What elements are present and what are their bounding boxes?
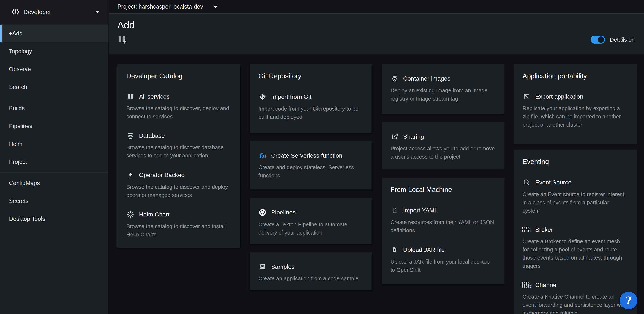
item-export-application[interactable]: Export application Replicate your applic…: [522, 93, 628, 129]
item-label: Helm Chart: [139, 211, 170, 218]
chevron-down-icon: [96, 10, 100, 13]
item-import-from-git[interactable]: Import from Git Import code from your Gi…: [258, 93, 364, 121]
question-mark-icon: ?: [626, 294, 632, 307]
item-database[interactable]: Database Browse the catalog to discover …: [126, 132, 232, 160]
item-label: Export application: [535, 93, 583, 100]
catalog-icon: [126, 93, 134, 100]
item-description: Create a Knative Channel to create an ev…: [522, 293, 628, 314]
item-channel[interactable]: IOIOIIOII Channel Create a Knative Chann…: [522, 282, 628, 314]
serverless-fn-icon: fn: [258, 153, 267, 159]
sidebar-item-add[interactable]: +Add: [0, 24, 108, 42]
share-icon: [390, 133, 399, 140]
file-upload-icon: [390, 246, 399, 254]
item-label: Database: [139, 132, 165, 139]
main-area: Project: harshcasper-localsta-dev Add De…: [109, 0, 644, 314]
sidebar-item-pipelines[interactable]: Pipelines: [0, 117, 108, 135]
help-button[interactable]: ?: [620, 292, 637, 309]
item-create-serverless-function[interactable]: fn Create Serverless function Create and…: [258, 152, 364, 180]
item-description: Create and deploy stateless, Serverless …: [258, 163, 364, 180]
item-samples[interactable]: Samples Create an application from a cod…: [258, 263, 364, 283]
item-broker[interactable]: IOIOIIOII Broker Create a Broker to defi…: [522, 226, 628, 270]
samples-laptop-icon: [258, 263, 267, 270]
item-description: Deploy an existing Image from an Image r…: [390, 86, 496, 103]
item-description: Browse the catalog to discover, deploy a…: [126, 104, 232, 121]
item-import-yaml[interactable]: Import YAML Create resources from their …: [390, 207, 496, 235]
export-application-icon: [522, 93, 531, 100]
card-developer-catalog: Developer Catalog All services Br: [118, 64, 240, 248]
sidebar-nav: +Add Topology Observe Search Builds Pipe…: [0, 24, 108, 228]
sidebar-item-helm[interactable]: Helm: [0, 135, 108, 153]
card-container-images: Container images Deploy an existing Imag…: [382, 64, 504, 114]
card-title: Developer Catalog: [126, 72, 232, 80]
page-title: Add: [118, 19, 635, 30]
card-pipelines: Pipelines Create a Tekton Pipeline to au…: [250, 198, 372, 244]
item-all-services[interactable]: All services Browse the catalog to disco…: [126, 93, 232, 121]
card-title: Application portability: [522, 72, 628, 80]
item-description: Project access allows you to add or remo…: [390, 144, 496, 161]
card-samples: Samples Create an application from a cod…: [250, 252, 372, 290]
card-from-local-machine: From Local Machine Im: [382, 178, 504, 285]
item-label: Operator Backed: [139, 172, 185, 179]
sidebar-item-topology[interactable]: Topology: [0, 42, 108, 60]
sidebar-item-builds[interactable]: Builds: [0, 99, 108, 117]
item-pipelines[interactable]: Pipelines Create a Tekton Pipeline to au…: [258, 209, 364, 237]
event-source-icon: [522, 179, 531, 186]
card-serverless-function: fn Create Serverless function Create and…: [250, 141, 372, 190]
helm-icon: [126, 211, 134, 218]
item-description: Upload a JAR file from your local deskto…: [390, 258, 496, 274]
chevron-down-icon: [214, 5, 218, 8]
code-icon: [12, 9, 20, 15]
sidebar-item-observe[interactable]: Observe: [0, 60, 108, 78]
item-label: Import from Git: [271, 93, 312, 100]
item-label: All services: [139, 93, 170, 100]
nav-separator: [0, 172, 108, 173]
item-label: Samples: [271, 263, 294, 270]
sidebar-item-project[interactable]: Project: [0, 153, 108, 171]
card-title: Git Repository: [258, 72, 364, 80]
broker-binary-icon: IOIOIIOII: [522, 227, 531, 233]
item-label: Create Serverless function: [271, 152, 342, 159]
sidebar-item-configmaps[interactable]: ConfigMaps: [0, 174, 108, 192]
item-label: Sharing: [403, 133, 424, 140]
sidebar-item-desktop-tools[interactable]: Desktop Tools: [0, 210, 108, 228]
book-plus-icon[interactable]: [118, 35, 127, 44]
item-label: Channel: [535, 282, 558, 289]
item-label: Event Source: [535, 179, 572, 186]
item-description: Browse the catalog to discover database …: [126, 143, 232, 160]
sidebar-item-search[interactable]: Search: [0, 78, 108, 96]
item-description: Create an application from a code sample: [258, 274, 364, 283]
item-description: Import code from your Git repository to …: [258, 105, 364, 121]
add-page-content: Developer Catalog All services Br: [109, 54, 644, 314]
perspective-label: Developer: [24, 8, 51, 15]
perspective-switcher[interactable]: Developer: [0, 0, 108, 24]
item-sharing[interactable]: Sharing Project access allows you to add…: [390, 133, 496, 161]
item-operator-backed[interactable]: Operator Backed Browse the catalog to di…: [126, 171, 232, 199]
pipelines-tekton-icon: [258, 209, 267, 216]
item-description: Browse the catalog to discover and deplo…: [126, 183, 232, 199]
sidebar-item-secrets[interactable]: Secrets: [0, 192, 108, 210]
item-label: Broker: [535, 226, 553, 233]
card-title: From Local Machine: [390, 186, 496, 194]
item-description: Create a Tekton Pipeline to automate del…: [258, 220, 364, 237]
card-sharing: Sharing Project access allows you to add…: [382, 122, 504, 169]
item-container-images[interactable]: Container images Deploy an existing Imag…: [390, 75, 496, 103]
toggle-knob: [598, 36, 604, 43]
item-upload-jar-file[interactable]: Upload JAR file Upload a JAR file from y…: [390, 246, 496, 274]
item-label: Upload JAR file: [403, 247, 445, 253]
item-description: Replicate your application by exporting …: [522, 104, 628, 129]
item-event-source[interactable]: Event Source Create an Event source to r…: [522, 179, 628, 215]
channel-binary-icon: IOIOIIOII: [522, 282, 531, 288]
item-label: Pipelines: [271, 209, 296, 216]
bolt-icon: [126, 171, 134, 179]
details-toggle[interactable]: [590, 36, 605, 43]
item-description: Browse the catalog to discover and insta…: [126, 222, 232, 239]
git-icon: [258, 93, 267, 100]
card-eventing: Eventing Event Source: [514, 150, 636, 314]
layers-icon: [390, 75, 399, 82]
sidebar: Developer +Add Topology Observe Search B…: [0, 0, 108, 314]
item-description: Create resources from their YAML or JSON…: [390, 218, 496, 235]
project-selector[interactable]: Project: harshcasper-localsta-dev: [109, 0, 644, 14]
item-helm-chart[interactable]: Helm Chart Browse the catalog to discove…: [126, 211, 232, 239]
openshift-console-add-page: Developer +Add Topology Observe Search B…: [0, 0, 644, 314]
item-label: Container images: [403, 75, 450, 82]
